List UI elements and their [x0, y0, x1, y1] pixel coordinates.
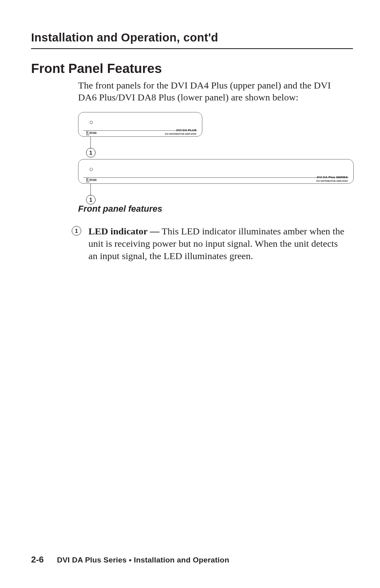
page-number: 2-6: [31, 555, 44, 564]
front-panel-da6-da8: Etron DVI DA Plus SERIES DVI DISTRIBUTIO…: [78, 159, 354, 184]
panel-model-sub: DVI DISTRIBUTION AMPLIFIER: [316, 180, 348, 182]
led-indicator-icon: [90, 168, 93, 171]
panel-divider: [83, 177, 349, 178]
feature-text: LED indicator — This LED indicator illum…: [88, 225, 349, 263]
panel-model-sub: DVI DISTRIBUTION AMPLIFIER: [165, 133, 196, 135]
feature-item: 1 LED indicator — This LED indicator ill…: [72, 225, 349, 263]
panel-brand: Etron: [86, 130, 97, 135]
front-panel-da4: Etron DVI DA PLUS DVI DISTRIBUTION AMPLI…: [78, 112, 202, 137]
brand-right: tron: [89, 177, 96, 182]
panel-brand: Etron: [86, 177, 97, 182]
callout-number: 1: [86, 148, 96, 157]
running-head: Installation and Operation, cont'd: [31, 31, 353, 44]
callout-line: [90, 184, 91, 196]
feature-number: 1: [72, 226, 81, 236]
feature-lead: LED indicator —: [88, 226, 159, 236]
footer-title: DVI DA Plus Series • Installation and Op…: [57, 556, 229, 564]
head-rule: [31, 48, 353, 49]
panel-model: DVI DA PLUS: [176, 129, 196, 132]
intro-paragraph: The front panels for the DVI DA4 Plus (u…: [78, 79, 349, 103]
figure-caption: Front panel features: [78, 204, 353, 214]
page-footer: 2-6 DVI DA Plus Series • Installation an…: [31, 555, 229, 565]
brand-left: E: [86, 130, 90, 135]
callout-number: 1: [86, 195, 96, 205]
callout-da4: 1: [78, 137, 353, 154]
callout-da6-da8: 1: [78, 184, 353, 201]
page-title: Front Panel Features: [31, 61, 353, 76]
led-indicator-icon: [90, 121, 93, 124]
callout-line: [90, 137, 91, 149]
brand-left: E: [86, 177, 90, 182]
panel-model: DVI DA Plus SERIES: [317, 176, 348, 179]
brand-right: tron: [89, 130, 96, 135]
